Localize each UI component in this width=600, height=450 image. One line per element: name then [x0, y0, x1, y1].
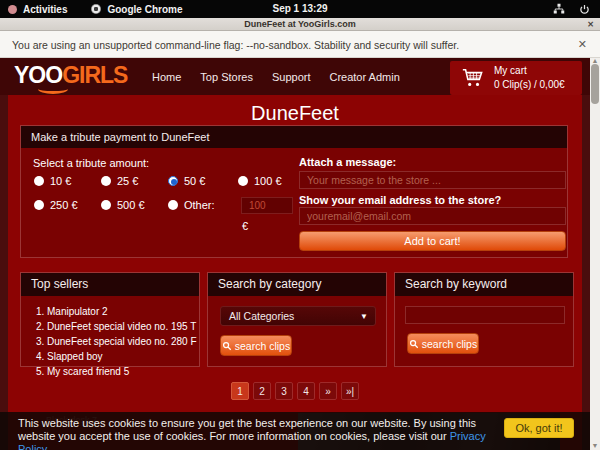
radio-50-icon-selected[interactable]	[168, 176, 178, 186]
amount-option-100[interactable]: 100 €	[238, 175, 282, 187]
system-top-bar: Activities Google Chrome Sep 1 13:29	[0, 0, 600, 18]
scroll-down-icon[interactable]: ▼	[590, 442, 600, 449]
cart-icon	[460, 67, 484, 89]
chrome-warning-bar: You are using an unsupported command-lin…	[0, 31, 600, 58]
search-clips-keyword-button[interactable]: search clips	[407, 333, 479, 354]
keyword-input[interactable]	[405, 306, 565, 324]
chevron-down-icon: ▼	[360, 307, 368, 326]
clock[interactable]: Sep 1 13:29	[0, 0, 600, 18]
radio-25-icon[interactable]	[101, 176, 111, 186]
search-icon	[409, 339, 419, 349]
currency-symbol: €	[242, 220, 248, 232]
cart-count: 0 Clip(s) / 0,00€	[494, 78, 565, 92]
page-title: DuneFeet	[8, 95, 582, 125]
cookie-accept-button[interactable]: Ok, got it!	[504, 418, 574, 438]
window-close-icon[interactable]: ✕	[587, 18, 594, 31]
page-button-last[interactable]: »|	[341, 382, 359, 400]
amount-option-10[interactable]: 10 €	[34, 175, 71, 187]
tribute-panel-title: Make a tribute payment to DuneFeet	[21, 126, 567, 148]
browser-viewport: YOOGIRLS Home Top Stores Support Creator…	[0, 58, 600, 450]
amount-option-label: 25 €	[117, 175, 138, 187]
amount-option-50[interactable]: 50 €	[168, 175, 205, 187]
radio-100-icon[interactable]	[238, 176, 248, 186]
scrollbar[interactable]: ▲ ▼	[590, 58, 600, 450]
top-seller-item[interactable]: My scared friend 5	[47, 364, 199, 379]
page-button-4[interactable]: 4	[297, 382, 315, 400]
amount-option-other[interactable]: Other:	[168, 199, 215, 211]
warning-message: You are using an unsupported command-lin…	[12, 39, 459, 51]
search-clips-category-button[interactable]: search clips	[220, 335, 292, 356]
cookie-notice-text: This website uses cookies to ensure you …	[18, 417, 496, 450]
pagination: 1 2 3 4 » »|	[8, 382, 582, 400]
amount-option-label: 10 €	[50, 175, 71, 187]
amount-option-label: Other:	[184, 199, 215, 211]
search-category-title: Search by category	[208, 273, 386, 296]
search-clips-label: search clips	[235, 340, 290, 352]
amount-option-label: 250 €	[50, 199, 78, 211]
amount-label: Select a tribute amount:	[33, 157, 149, 169]
message-label: Attach a message:	[299, 156, 396, 168]
category-selected-value: All Categories	[229, 310, 294, 322]
site-logo[interactable]: YOOGIRLS	[14, 62, 127, 88]
page-button-2[interactable]: 2	[253, 382, 271, 400]
top-seller-item[interactable]: DuneFeet special video no. 195 T	[47, 319, 199, 334]
nav-item-top-stores[interactable]: Top Stores	[200, 71, 253, 83]
radio-250-icon[interactable]	[34, 200, 44, 210]
top-sellers-panel: Top sellers Manipulator 2 DuneFeet speci…	[20, 272, 200, 367]
amount-option-25[interactable]: 25 €	[101, 175, 138, 187]
site-header: YOOGIRLS Home Top Stores Support Creator…	[0, 58, 590, 95]
message-input[interactable]	[299, 171, 566, 189]
email-label: Show your email address to the store?	[299, 194, 501, 206]
cookie-text: This website uses cookies to ensure you …	[18, 417, 476, 442]
my-cart-widget[interactable]: My cart 0 Clip(s) / 0,00€	[450, 61, 582, 95]
page-button-1[interactable]: 1	[231, 382, 249, 400]
add-to-cart-button[interactable]: Add to cart!	[299, 231, 566, 251]
radio-500-icon[interactable]	[101, 200, 111, 210]
window-title-bar: DuneFeet at YooGirls.com ✕	[0, 18, 600, 31]
scrollbar-thumb[interactable]	[591, 64, 599, 104]
search-keyword-panel: Search by keyword search clips	[394, 272, 574, 367]
nav-item-home[interactable]: Home	[152, 71, 181, 83]
cookie-notice-bar: This website uses cookies to ensure you …	[0, 412, 590, 450]
top-seller-item[interactable]: DuneFeet special video no. 280 F	[47, 334, 199, 349]
other-amount-input[interactable]	[241, 197, 293, 214]
amount-option-250[interactable]: 250 €	[34, 199, 78, 211]
page-button-3[interactable]: 3	[275, 382, 293, 400]
top-sellers-title: Top sellers	[21, 273, 199, 296]
network-icon[interactable]	[553, 3, 565, 15]
search-icon	[222, 341, 232, 351]
nav-item-creator-admin[interactable]: Creator Admin	[329, 71, 399, 83]
warning-close-icon[interactable]: ✕	[578, 38, 587, 51]
radio-10-icon[interactable]	[34, 176, 44, 186]
search-category-panel: Search by category All Categories ▼ sear…	[207, 272, 387, 367]
window-title: DuneFeet at YooGirls.com	[244, 19, 356, 29]
cart-label: My cart	[494, 64, 565, 78]
logo-smile-icon	[38, 84, 68, 94]
scroll-up-icon[interactable]: ▲	[590, 57, 600, 64]
power-icon[interactable]	[579, 4, 590, 15]
amount-option-label: 500 €	[117, 199, 145, 211]
tribute-panel: Make a tribute payment to DuneFeet Selec…	[20, 125, 568, 258]
amount-option-500[interactable]: 500 €	[101, 199, 145, 211]
main-nav: Home Top Stores Support Creator Admin	[152, 58, 400, 95]
top-seller-item[interactable]: Slapped boy	[47, 349, 199, 364]
amount-option-label: 50 €	[184, 175, 205, 187]
search-keyword-title: Search by keyword	[395, 273, 573, 296]
search-clips-label: search clips	[422, 338, 477, 350]
radio-other-icon[interactable]	[168, 200, 178, 210]
top-seller-item[interactable]: Manipulator 2	[47, 304, 199, 319]
amount-option-label: 100 €	[254, 175, 282, 187]
category-select[interactable]: All Categories ▼	[220, 306, 376, 326]
page-button-next[interactable]: »	[319, 382, 337, 400]
top-sellers-list: Manipulator 2 DuneFeet special video no.…	[47, 304, 199, 379]
email-input[interactable]	[299, 207, 566, 225]
logo-text-girls: GIRLS	[62, 62, 127, 88]
page-content: DuneFeet Make a tribute payment to DuneF…	[8, 95, 582, 450]
nav-item-support[interactable]: Support	[272, 71, 311, 83]
